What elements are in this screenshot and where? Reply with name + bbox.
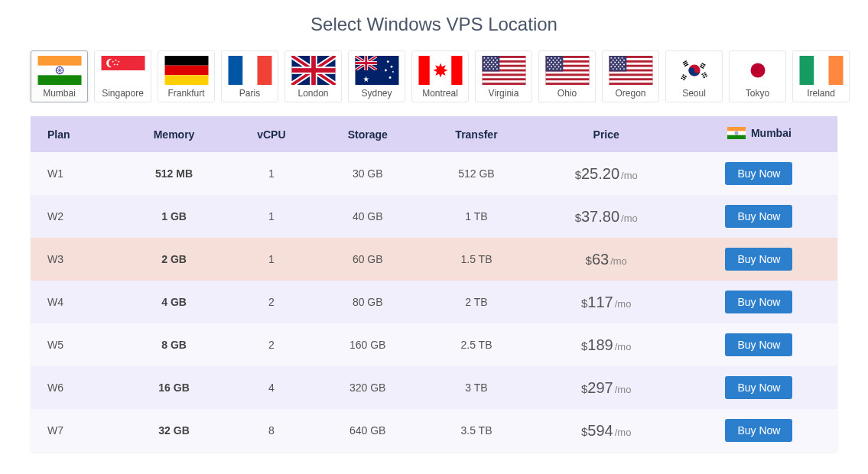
- location-label: Montreal: [415, 88, 465, 99]
- flag-ie-icon: [798, 56, 845, 85]
- location-label: Mumbai: [34, 88, 84, 99]
- cell-plan: W3: [31, 238, 119, 281]
- buy-now-button[interactable]: Buy Now: [725, 376, 792, 399]
- header-location-label: Mumbai: [751, 127, 792, 139]
- flag-jp-icon: [734, 56, 782, 85]
- cell-plan: W7: [31, 409, 119, 452]
- buy-now-button[interactable]: Buy Now: [725, 333, 792, 356]
- flag-us-icon: [544, 56, 591, 85]
- location-card-montreal[interactable]: Montreal: [411, 50, 469, 102]
- cell-action: Buy Now: [681, 238, 837, 281]
- cell-transfer: 3.5 TB: [421, 409, 532, 452]
- cell-action: Buy Now: [681, 195, 837, 238]
- location-label: Oregon: [606, 88, 655, 99]
- buy-now-button[interactable]: Buy Now: [725, 248, 792, 271]
- table-header-row: Plan Memory vCPU Storage Transfer Price …: [31, 116, 837, 152]
- buy-now-button[interactable]: Buy Now: [725, 162, 792, 185]
- col-transfer: Transfer: [421, 116, 532, 152]
- flag-ca-icon: [417, 56, 464, 85]
- cell-transfer: 1.5 TB: [421, 238, 532, 281]
- cell-storage: 80 GB: [314, 281, 421, 323]
- cell-transfer: 2.5 TB: [421, 323, 532, 366]
- cell-price: $594/mo: [532, 409, 681, 452]
- header-flag-icon: [727, 127, 746, 139]
- cell-vcpu: 2: [229, 281, 314, 323]
- table-row: W32 GB160 GB1.5 TB$63/moBuy Now: [31, 238, 837, 281]
- location-card-mumbai[interactable]: Mumbai: [31, 50, 88, 102]
- flag-sg-icon: [99, 56, 147, 85]
- cell-plan: W6: [31, 366, 119, 409]
- table-row: W732 GB8640 GB3.5 TB$594/moBuy Now: [31, 409, 837, 452]
- cell-action: Buy Now: [681, 409, 837, 452]
- cell-memory: 32 GB: [119, 409, 228, 452]
- location-card-virginia[interactable]: Virginia: [475, 50, 532, 102]
- cell-transfer: 512 GB: [421, 152, 532, 195]
- location-card-london[interactable]: London: [284, 50, 342, 102]
- buy-now-button[interactable]: Buy Now: [725, 419, 792, 442]
- pricing-table: Plan Memory vCPU Storage Transfer Price …: [31, 116, 837, 452]
- col-memory: Memory: [119, 116, 228, 152]
- cell-action: Buy Now: [681, 323, 837, 366]
- cell-vcpu: 1: [229, 195, 314, 238]
- col-price: Price: [532, 116, 681, 152]
- cell-action: Buy Now: [681, 281, 837, 323]
- col-plan: Plan: [31, 116, 119, 152]
- cell-action: Buy Now: [681, 366, 837, 409]
- location-card-oregon[interactable]: Oregon: [602, 50, 659, 102]
- table-row: W616 GB4320 GB3 TB$297/moBuy Now: [31, 366, 837, 409]
- table-row: W44 GB280 GB2 TB$117/moBuy Now: [31, 281, 837, 323]
- cell-price: $25.20/mo: [532, 152, 681, 195]
- location-label: Seoul: [669, 88, 719, 99]
- cell-vcpu: 4: [229, 366, 314, 409]
- cell-plan: W2: [31, 195, 119, 238]
- cell-plan: W5: [31, 323, 119, 366]
- cell-action: Buy Now: [681, 152, 837, 195]
- cell-storage: 30 GB: [314, 152, 421, 195]
- location-card-ireland[interactable]: Ireland: [792, 50, 850, 102]
- cell-memory: 8 GB: [119, 323, 228, 366]
- cell-transfer: 1 TB: [421, 195, 532, 238]
- flag-us-icon: [607, 56, 655, 85]
- cell-plan: W1: [31, 152, 119, 195]
- cell-transfer: 3 TB: [421, 366, 532, 409]
- flag-au-icon: [353, 56, 401, 85]
- table-row: W21 GB140 GB1 TB$37.80/moBuy Now: [31, 195, 837, 238]
- location-card-ohio[interactable]: Ohio: [538, 50, 596, 102]
- cell-price: $189/mo: [532, 323, 681, 366]
- flag-kr-icon: [671, 56, 718, 85]
- location-card-tokyo[interactable]: Tokyo: [729, 50, 786, 102]
- location-list: MumbaiSingaporeFrankfurtParisLondonSydne…: [0, 50, 868, 102]
- location-card-singapore[interactable]: Singapore: [94, 50, 151, 102]
- table-row: W58 GB2160 GB2.5 TB$189/moBuy Now: [31, 323, 837, 366]
- buy-now-button[interactable]: Buy Now: [725, 205, 792, 228]
- cell-vcpu: 1: [229, 238, 314, 281]
- cell-memory: 2 GB: [119, 238, 228, 281]
- cell-storage: 60 GB: [314, 238, 421, 281]
- flag-de-icon: [163, 56, 210, 85]
- table-row: W1512 MB130 GB512 GB$25.20/moBuy Now: [31, 152, 837, 195]
- location-label: London: [288, 88, 338, 99]
- cell-price: $297/mo: [532, 366, 681, 409]
- location-label: Paris: [225, 88, 275, 99]
- buy-now-button[interactable]: Buy Now: [725, 291, 792, 313]
- location-card-sydney[interactable]: Sydney: [348, 50, 405, 102]
- cell-storage: 320 GB: [314, 366, 421, 409]
- location-card-frankfurt[interactable]: Frankfurt: [158, 50, 215, 102]
- location-card-seoul[interactable]: Seoul: [665, 50, 723, 102]
- location-label: Sydney: [352, 88, 401, 99]
- location-label: Ireland: [796, 88, 846, 99]
- flag-in-icon: [36, 56, 83, 85]
- cell-memory: 512 MB: [119, 152, 228, 195]
- location-card-paris[interactable]: Paris: [221, 50, 278, 102]
- cell-storage: 40 GB: [314, 195, 421, 238]
- cell-vcpu: 2: [229, 323, 314, 366]
- col-storage: Storage: [314, 116, 421, 152]
- flag-uk-icon: [290, 56, 337, 85]
- cell-vcpu: 1: [229, 152, 314, 195]
- location-label: Ohio: [542, 88, 592, 99]
- cell-price: $63/mo: [532, 238, 681, 281]
- location-label: Singapore: [98, 88, 148, 99]
- flag-us-icon: [480, 56, 528, 85]
- cell-memory: 4 GB: [119, 281, 228, 323]
- cell-storage: 160 GB: [314, 323, 421, 366]
